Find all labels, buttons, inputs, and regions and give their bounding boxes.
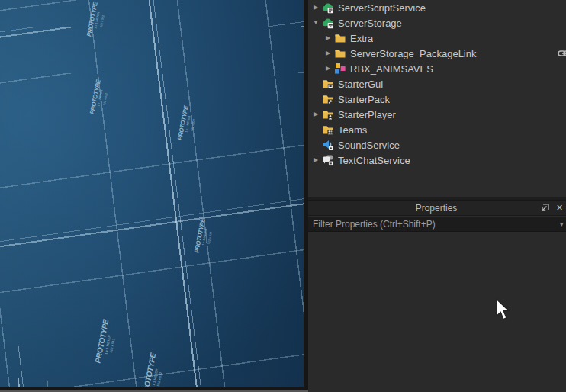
explorer-item-label: SoundService — [338, 140, 400, 151]
model-icon — [334, 63, 346, 75]
properties-filter-row: ▾ — [308, 217, 566, 232]
chevron-right-icon[interactable]: ▶ — [322, 61, 334, 76]
explorer-item-soundservice[interactable]: SoundService — [308, 137, 566, 153]
prototype-stamp: PROTOTYPE 1 x 1 METER 512 x 512 — [94, 323, 119, 366]
explorer-item-label: ServerStorage_PackageLink — [350, 48, 477, 59]
properties-title: Properties — [308, 203, 539, 214]
filter-dropdown-caret-icon[interactable]: ▾ — [560, 220, 566, 228]
server-storage-icon — [322, 17, 334, 29]
teams-icon — [322, 124, 334, 136]
prototype-stamp: PROTOTYPE 1 x 1 METER 512 x 512 — [85, 0, 109, 41]
roblox-studio-window: PROTOTYPE 1 x 1 METER 512 x 512 PROTOTYP… — [0, 0, 566, 392]
explorer-item-label: Teams — [338, 124, 367, 136]
chevron-right-icon[interactable]: ▶ — [310, 153, 322, 168]
explorer-item-label: Extra — [350, 33, 373, 44]
explorer-item-serverstorage-packagelink[interactable]: ▶ ServerStorage_PackageLink — [308, 46, 566, 61]
starter-gui-icon — [322, 78, 334, 90]
explorer-item-label: StarterPack — [338, 94, 390, 105]
explorer-item-label: TextChatService — [338, 155, 410, 166]
package-link-icon — [558, 47, 566, 59]
chevron-right-icon[interactable]: ▶ — [310, 0, 322, 15]
chevron-down-icon[interactable]: ▼ — [310, 15, 322, 31]
explorer-item-label: ServerScriptService — [338, 2, 426, 14]
prototype-stamp: PROTOTYPE 1 x 1 METER 512 x 512 — [193, 216, 217, 258]
explorer-item-serverstorage[interactable]: ▼ ServerStorage — [308, 15, 566, 31]
explorer-item-extra[interactable]: ▶ Extra — [308, 31, 566, 46]
explorer-item-label: ServerStorage — [338, 18, 402, 29]
explorer-item-startergui[interactable]: StarterGui — [308, 76, 566, 92]
prototype-stamp: PROTOTYPE 1 x 1 METER 512 x 512 — [141, 357, 166, 387]
sound-service-icon — [322, 139, 334, 151]
dock-panel-icon[interactable] — [539, 202, 552, 214]
explorer-item-serverscriptservice[interactable]: ▶ ServerScriptService — [308, 0, 566, 15]
properties-header: Properties ✕ — [308, 201, 566, 216]
explorer-item-rbx-animsaves[interactable]: ▶ RBX_ANIMSAVES — [308, 61, 566, 76]
explorer-panel: ▶ ServerScriptService▼ ServerStorage▶ Ex… — [308, 0, 566, 197]
explorer-item-starterpack[interactable]: StarterPack — [308, 92, 566, 107]
folder-icon — [334, 32, 346, 44]
explorer-item-label: StarterGui — [338, 79, 383, 90]
explorer-item-label: StarterPlayer — [338, 109, 396, 120]
starter-pack-icon — [322, 93, 334, 105]
starter-player-icon — [322, 108, 334, 120]
filter-properties-input[interactable] — [308, 219, 560, 230]
explorer-item-starterplayer[interactable]: ▶ StarterPlayer — [308, 107, 566, 122]
close-panel-icon[interactable]: ✕ — [553, 202, 566, 214]
explorer-item-teams[interactable]: Teams — [308, 122, 566, 137]
properties-body[interactable] — [308, 233, 566, 392]
explorer-item-textchatservice[interactable]: ▶ TextChatService — [308, 153, 566, 168]
chevron-right-icon[interactable]: ▶ — [322, 46, 334, 61]
right-panel-column: ▶ ServerScriptService▼ ServerStorage▶ Ex… — [308, 0, 566, 392]
folder-icon — [334, 47, 346, 59]
prototype-stamp: PROTOTYPE 1 x 1 METER 512 x 512 — [176, 103, 200, 145]
explorer-item-label: RBX_ANIMSAVES — [350, 63, 433, 75]
server-script-service-icon — [322, 2, 334, 14]
chevron-right-icon[interactable]: ▶ — [310, 107, 322, 122]
chevron-right-icon[interactable]: ▶ — [322, 31, 334, 46]
viewport-frame: PROTOTYPE 1 x 1 METER 512 x 512 PROTOTYP… — [0, 0, 308, 392]
text-chat-service-icon — [322, 154, 334, 166]
3d-viewport[interactable]: PROTOTYPE 1 x 1 METER 512 x 512 PROTOTYP… — [0, 0, 304, 387]
prototype-stamp: PROTOTYPE 1 x 1 METER 512 x 512 — [88, 77, 112, 119]
